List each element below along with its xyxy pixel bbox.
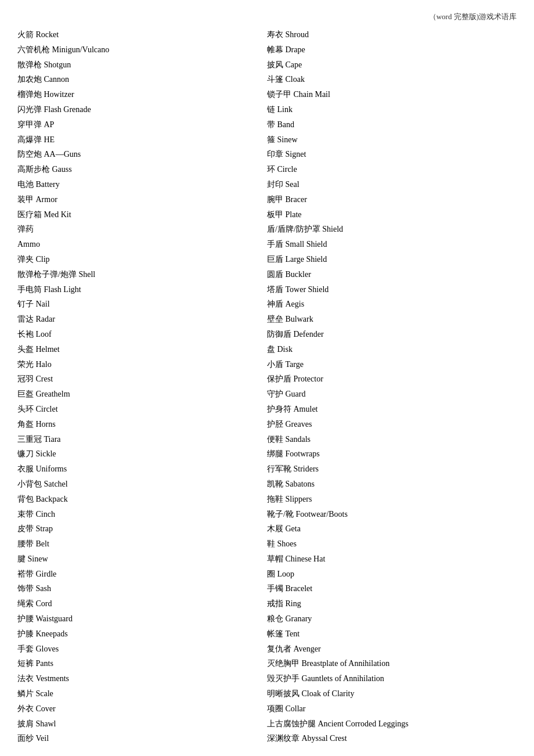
list-item: 加农炮 Cannon (17, 73, 267, 87)
list-item: 鞋 Shoes (267, 537, 517, 551)
list-item: 壁垒 Bulwark (267, 312, 517, 326)
list-item: 电池 Battery (17, 178, 267, 192)
list-item: 弹药 (17, 222, 267, 236)
list-item: 冠羽 Crest (17, 372, 267, 386)
list-item: 小盾 Targe (267, 358, 517, 372)
list-item: 环 Circle (267, 163, 517, 177)
list-item: 护胫 Greaves (267, 417, 517, 431)
list-item: 褡带 Girdle (17, 567, 267, 581)
page-header: （word 完整版)游戏术语库 (17, 12, 517, 22)
list-item: 长袍 Loof (17, 327, 267, 341)
list-item: 帷幕 Drape (267, 43, 517, 57)
list-item: 帐篷 Tent (267, 627, 517, 641)
list-item: 头环 Circlet (17, 402, 267, 416)
list-item: 穿甲弹 AP (17, 118, 267, 132)
list-item: 塔盾 Tower Shield (267, 283, 517, 297)
list-item: 靴子/靴 Footwear/Boots (267, 507, 517, 521)
list-item: 手电筒 Flash Light (17, 283, 267, 297)
header-title: （word 完整版)游戏术语库 (429, 12, 517, 21)
list-item: 外衣 Cover (17, 702, 267, 716)
list-item: 医疗箱 Med Kit (17, 208, 267, 222)
list-item: 鳞片 Scale (17, 687, 267, 701)
list-item: 六管机枪 Minigun/Vulcano (17, 43, 267, 57)
list-item: 灭绝胸甲 Breastplate of Annihilation (267, 657, 517, 671)
list-item: 链 Link (267, 103, 517, 117)
list-item: 圈 Loop (267, 567, 517, 581)
list-item: 腱 Sinew (17, 552, 267, 566)
list-item: 镰刀 Sickle (17, 447, 267, 461)
list-item: 锁子甲 Chain Mail (267, 88, 517, 102)
list-item: 角盔 Horns (17, 417, 267, 431)
list-item: 盾/盾牌/防护罩 Shield (267, 222, 517, 236)
list-item: 防御盾 Defender (267, 327, 517, 341)
list-item: 披风 Cape (267, 58, 517, 72)
list-item: 弹夹 Clip (17, 253, 267, 267)
list-item: 头盔 Helmet (17, 343, 267, 357)
list-item: 毁灭护手 Gauntlets of Annihilation (267, 672, 517, 686)
list-item: 深渊纹章 Abyssal Crest (267, 732, 517, 746)
list-item: 巨盔 Greathelm (17, 387, 267, 401)
list-item: 斗篷 Cloak (267, 73, 517, 87)
list-item: 木屐 Geta (267, 522, 517, 536)
list-item: 散弹枪 Shotgun (17, 58, 267, 72)
list-item: 雷达 Radar (17, 312, 267, 326)
list-item: 护膝 Kneepads (17, 627, 267, 641)
list-item: 腕甲 Bracer (267, 193, 517, 207)
list-item: 高斯步枪 Gauss (17, 163, 267, 177)
list-item: Ammo (17, 237, 267, 251)
left-column: 火箭 Rocket六管机枪 Minigun/Vulcano散弹枪 Shotgun… (17, 28, 267, 746)
list-item: 寿衣 Shroud (267, 28, 517, 42)
list-item: 背包 Backpack (17, 492, 267, 506)
list-item: 火箭 Rocket (17, 28, 267, 42)
list-item: 封印 Seal (267, 178, 517, 192)
list-item: 束带 Cinch (17, 507, 267, 521)
list-item: 护腰 Waistguard (17, 612, 267, 626)
list-item: 小背包 Satchel (17, 477, 267, 491)
list-item: 衣服 Uniforms (17, 462, 267, 476)
list-item: 保护盾 Protector (267, 372, 517, 386)
list-item: 手盾 Small Shield (267, 237, 517, 251)
list-item: 草帽 Chinese Hat (267, 552, 517, 566)
list-item: 板甲 Plate (267, 208, 517, 222)
list-item: 粮仓 Granary (267, 612, 517, 626)
list-item: 便鞋 Sandals (267, 433, 517, 447)
list-item: 绑腿 Footwraps (267, 447, 517, 461)
list-item: 榴弹炮 Howitzer (17, 88, 267, 102)
list-item: 法衣 Vestments (17, 672, 267, 686)
list-item: 巨盾 Large Shield (267, 253, 517, 267)
list-item: 带 Band (267, 118, 517, 132)
list-item: 短裤 Pants (17, 657, 267, 671)
list-item: 圆盾 Buckler (267, 268, 517, 282)
list-item: 神盾 Aegis (267, 297, 517, 311)
list-item: 闪光弹 Flash Grenade (17, 103, 267, 117)
list-item: 守护 Guard (267, 387, 517, 401)
list-item: 上古腐蚀护腿 Ancient Corroded Leggings (267, 717, 517, 731)
list-item: 面纱 Veil (17, 732, 267, 746)
list-item: 装甲 Armor (17, 193, 267, 207)
list-item: 行军靴 Striders (267, 462, 517, 476)
right-column: 寿衣 Shroud帷幕 Drape披风 Cape斗篷 Cloak锁子甲 Chai… (267, 28, 517, 746)
list-item: 防空炮 AA—Guns (17, 147, 267, 161)
list-item: 凯靴 Sabatons (267, 477, 517, 491)
list-item: 腰带 Belt (17, 537, 267, 551)
list-item: 印章 Signet (267, 147, 517, 161)
list-item: 项圈 Collar (267, 702, 517, 716)
list-item: 护身符 Amulet (267, 402, 517, 416)
list-item: 皮带 Strap (17, 522, 267, 536)
list-item: 手套 Gloves (17, 642, 267, 656)
list-item: 复仇者 Avenger (267, 642, 517, 656)
list-item: 散弹枪子弹/炮弹 Shell (17, 268, 267, 282)
list-item: 饰带 Sash (17, 582, 267, 596)
list-item: 高爆弹 HE (17, 133, 267, 147)
main-content: 火箭 Rocket六管机枪 Minigun/Vulcano散弹枪 Shotgun… (17, 28, 517, 746)
list-item: 箍 Sinew (267, 133, 517, 147)
list-item: 手镯 Bracelet (267, 582, 517, 596)
list-item: 三重冠 Tiara (17, 433, 267, 447)
list-item: 明晰披风 Cloak of Clarity (267, 687, 517, 701)
list-item: 钉子 Nail (17, 297, 267, 311)
list-item: 拖鞋 Slippers (267, 492, 517, 506)
list-item: 盘 Disk (267, 343, 517, 357)
list-item: 披肩 Shawl (17, 717, 267, 731)
list-item: 荣光 Halo (17, 358, 267, 372)
list-item: 绳索 Cord (17, 597, 267, 611)
